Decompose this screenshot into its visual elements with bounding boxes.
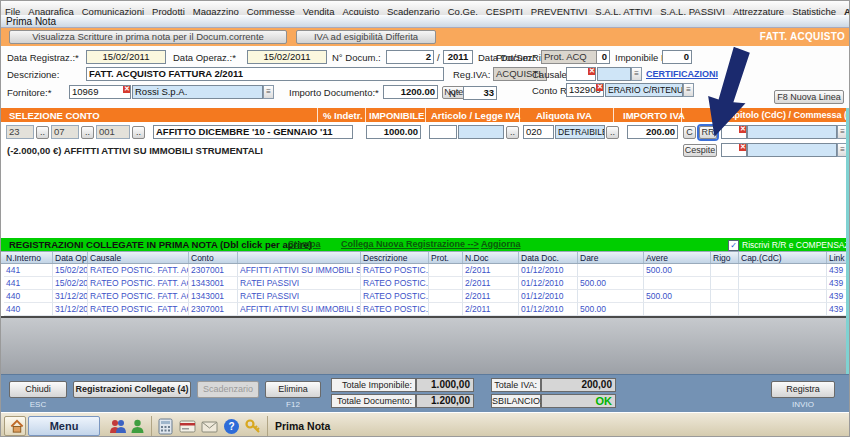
grid-cell: 439 bbox=[827, 290, 848, 303]
taskbar-app-title: Prima Nota bbox=[275, 420, 330, 432]
imponibile-ra-field[interactable]: 0 bbox=[662, 50, 692, 64]
clear-icon[interactable]: ✕ bbox=[739, 143, 747, 151]
grid-column-Conto[interactable]: Conto bbox=[189, 252, 238, 263]
n-docum-anno-field[interactable]: 2011 bbox=[443, 50, 473, 64]
elimina-button[interactable]: Elimina bbox=[265, 381, 321, 398]
causale-list-icon[interactable]: ≡ bbox=[631, 67, 642, 81]
home-button[interactable] bbox=[4, 416, 26, 436]
f8-nuova-linea-button[interactable]: F8 Nuova Linea bbox=[774, 90, 844, 104]
grid-cell: 31/12/2010 bbox=[53, 303, 88, 316]
users-icon[interactable] bbox=[109, 418, 126, 435]
toolbar-band: Visualizza Scritture in prima nota per i… bbox=[1, 28, 850, 46]
grid-cell bbox=[711, 290, 739, 303]
conto-descrizione-field[interactable]: AFFITTO DICEMBRE '10 - GENNAIO '11 bbox=[153, 125, 353, 139]
capitolo2-desc-field[interactable] bbox=[747, 143, 837, 157]
causale-desc-field[interactable] bbox=[597, 67, 631, 81]
capitolo-code-field[interactable]: ✕ bbox=[721, 125, 747, 139]
certificazioni-link[interactable]: CERTIFICAZIONI bbox=[646, 69, 718, 79]
grid-cell: 439 bbox=[827, 303, 848, 316]
menu-bar: FileAnagraficaComunicazioniProdottiMagaz… bbox=[1, 1, 850, 16]
collega-link[interactable]: Collega Nuova Registrazione --> bbox=[341, 239, 479, 249]
visualizza-scritture-button[interactable]: Visualizza Scritture in prima nota per i… bbox=[9, 30, 287, 44]
table-row[interactable]: 44031/12/2010RATEO POSTIC. FATT. ACQU...… bbox=[1, 303, 850, 316]
registrazioni-title: REGISTRAZIONI COLLEGATE IN PRIMA NOTA (D… bbox=[9, 239, 312, 250]
data-registraz-field[interactable]: 15/02/2011 bbox=[86, 50, 166, 64]
clear-icon[interactable]: ✕ bbox=[739, 125, 747, 133]
articolo-browse-button[interactable]: .. bbox=[506, 126, 519, 139]
grid-cell: 2307001 bbox=[189, 264, 238, 277]
grid-cell: 500.00 bbox=[644, 264, 711, 277]
grid-column-N.Doc[interactable]: N.Doc bbox=[463, 252, 519, 263]
importo-field[interactable]: 1200.00 bbox=[383, 85, 438, 99]
n-field[interactable]: 33 bbox=[463, 86, 497, 100]
grid-cell: 500.00 bbox=[578, 277, 644, 290]
grid-cell: RATEO POSTIC. FATT. ACQU... bbox=[88, 264, 189, 277]
registrazioni-collegate-button[interactable]: Registrazioni Collegate (4) bbox=[73, 381, 191, 398]
registra-button[interactable]: Registra bbox=[771, 381, 835, 398]
help-icon[interactable]: ? bbox=[223, 418, 240, 435]
conto-level2-browse-button[interactable]: .. bbox=[81, 126, 94, 139]
card-icon[interactable] bbox=[179, 418, 196, 435]
rr-button[interactable]: RR bbox=[699, 126, 717, 139]
c-button[interactable]: C bbox=[683, 126, 696, 139]
grid-cell: 1343001 bbox=[189, 290, 238, 303]
importo-iva-field[interactable]: 200.00 bbox=[627, 125, 678, 139]
fornitore-list-icon[interactable]: ≡ bbox=[263, 85, 274, 99]
grid-column-Data Doc.[interactable]: Data Doc. bbox=[519, 252, 578, 263]
aggiorna-link[interactable]: Aggiorna bbox=[481, 239, 521, 249]
imponibile-field[interactable]: 1000.00 bbox=[366, 125, 421, 139]
fornitore-desc-field[interactable]: Rossi S.p.A. bbox=[132, 85, 263, 99]
grid-column-Cap.(CdC)[interactable]: Cap.(CdC) bbox=[739, 252, 827, 263]
key-icon[interactable] bbox=[245, 418, 262, 435]
grid-column-Data Op.[interactable]: Data Op. bbox=[53, 252, 88, 263]
chiudi-button[interactable]: Chiudi bbox=[9, 381, 67, 398]
mail-icon[interactable] bbox=[201, 418, 218, 435]
capitolo-desc-field[interactable] bbox=[747, 125, 837, 139]
calculator-icon[interactable] bbox=[157, 418, 174, 435]
grid-column-Causale[interactable]: Causale bbox=[88, 252, 189, 263]
conto-level3-field[interactable]: 001 bbox=[96, 125, 130, 139]
capitolo2-code-field[interactable]: ✕ bbox=[721, 143, 747, 157]
conto-ra-list-icon[interactable]: ≡ bbox=[683, 83, 694, 97]
causale-code-field[interactable]: ✕ bbox=[566, 67, 596, 81]
n-docum-field[interactable]: 2 bbox=[386, 50, 434, 64]
stampa-link[interactable]: Stampa bbox=[288, 239, 321, 249]
conto-ra-code-field[interactable]: 132900✕ bbox=[566, 83, 604, 97]
grid-column-Prot.[interactable]: Prot. bbox=[429, 252, 463, 263]
menu-button[interactable]: Menu bbox=[28, 416, 100, 436]
aliquota-code-field[interactable]: 020 bbox=[523, 125, 554, 139]
data-operaz-field[interactable]: 15/02/2011 bbox=[247, 50, 327, 64]
clear-icon[interactable]: ✕ bbox=[596, 83, 604, 91]
grid-column-Avere[interactable]: Avere bbox=[644, 252, 711, 263]
iva-differita-button[interactable]: IVA ad esigibilità Differita bbox=[296, 30, 436, 44]
grid-column-conto-desc[interactable] bbox=[238, 252, 361, 263]
fornitore-code-field[interactable]: 10969✕ bbox=[69, 85, 131, 99]
conto-level2-field[interactable]: 07 bbox=[51, 125, 79, 139]
articolo-code-field[interactable] bbox=[429, 125, 457, 139]
grid-column-Rigo[interactable]: Rigo bbox=[711, 252, 739, 263]
grid-column-Dare[interactable]: Dare bbox=[578, 252, 644, 263]
conto-level1-browse-button[interactable]: .. bbox=[36, 126, 49, 139]
grid-cell bbox=[739, 264, 827, 277]
aliquota-desc-field[interactable]: DETRAIBILE 20 bbox=[555, 125, 605, 139]
user-icon[interactable] bbox=[129, 418, 146, 435]
grid-column-N.Interno[interactable]: N.Interno bbox=[4, 252, 53, 263]
descrizione-field[interactable]: FATT. ACQUISTO FATTURA 2/2011 bbox=[86, 67, 444, 81]
articolo-desc-field[interactable] bbox=[458, 125, 504, 139]
riscrivi-checkbox[interactable]: ✓ bbox=[728, 240, 739, 251]
table-row[interactable]: 44115/02/2011RATEO POSTIC. FATT. ACQU...… bbox=[1, 264, 850, 277]
grid-cell: 31/12/2010 bbox=[53, 290, 88, 303]
clear-icon[interactable]: ✕ bbox=[588, 67, 596, 75]
grid-column-Descrizione[interactable]: Descrizione bbox=[361, 252, 429, 263]
fornitore-label: Fornitore:* bbox=[7, 87, 51, 98]
aliquota-browse-button[interactable]: .. bbox=[606, 126, 619, 139]
table-row[interactable]: 44115/02/2011RATEO POSTIC. FATT. ACQU...… bbox=[1, 277, 850, 290]
table-row[interactable]: 44031/12/2010RATEO POSTIC. FATT. ACQU...… bbox=[1, 290, 850, 303]
chiudi-key-label: ESC bbox=[9, 400, 67, 409]
conto-level3-browse-button[interactable]: .. bbox=[132, 126, 145, 139]
conto-level1-field[interactable]: 23 bbox=[6, 125, 34, 139]
conto-ra-desc-field[interactable]: ERARIO C/RITENUTE D'AC bbox=[605, 83, 683, 97]
cespite-button[interactable]: Cespite bbox=[683, 144, 717, 157]
grid-column-Link[interactable]: Link bbox=[827, 252, 848, 263]
clear-icon[interactable]: ✕ bbox=[123, 85, 131, 93]
